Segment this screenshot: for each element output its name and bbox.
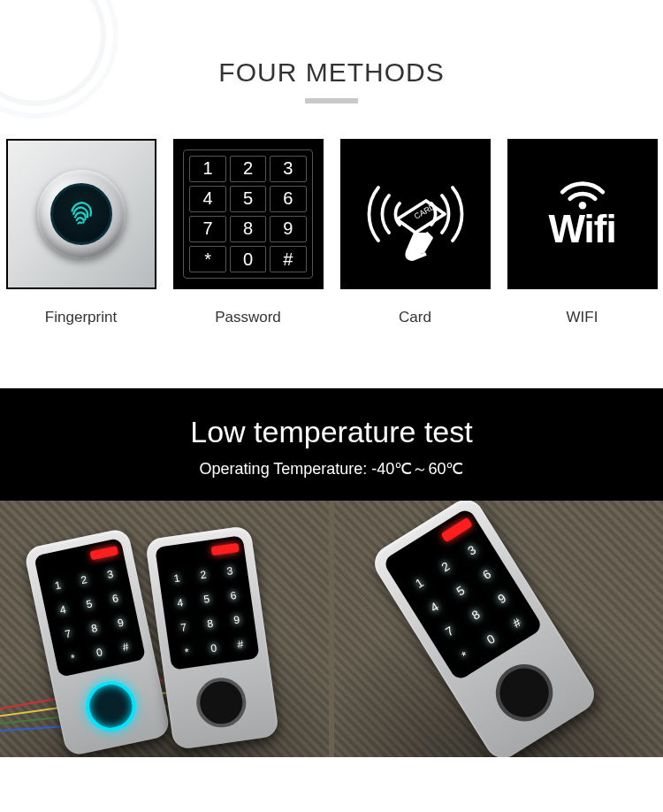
keypad-key: 3	[270, 156, 306, 182]
device-key: 4	[49, 596, 77, 623]
device-key: 3	[96, 561, 125, 587]
wifi-tile: Wifi	[507, 139, 658, 289]
device-fingerprint-ring	[194, 675, 249, 731]
title-underline	[305, 98, 358, 103]
device-key: 2	[70, 566, 98, 593]
wifi-icon	[556, 177, 609, 211]
device-key: 9	[223, 607, 250, 632]
device-screen: 1 2 3 4 5 6 7 8 9 * 0 #	[34, 538, 146, 678]
device-key: 8	[196, 610, 224, 636]
keypad-key: 8	[230, 216, 266, 242]
device-key: *	[173, 639, 201, 664]
device-fingerprint-ring	[81, 677, 140, 735]
device-key: 2	[190, 562, 217, 587]
device-key: 6	[220, 582, 248, 608]
low-temp-header: Low temperature test Operating Temperatu…	[0, 388, 663, 501]
method-password: 1 2 3 4 5 6 7 8 9 * 0 # Password	[169, 139, 327, 326]
device-status-led	[90, 546, 118, 560]
device-screen: 1 2 3 4 5 6 7 8 9 * 0 #	[155, 535, 260, 670]
wifi-text: Wifi	[548, 207, 615, 251]
password-tile: 1 2 3 4 5 6 7 8 9 * 0 #	[173, 139, 324, 289]
keypad-key: 2	[230, 156, 266, 182]
method-card: CARD Card	[336, 139, 494, 326]
device-key: 4	[166, 590, 194, 616]
device-key: 1	[43, 571, 72, 598]
product-photo-left: 1 2 3 4 5 6 7 8 9 * 0 # 1 2 3 4	[0, 501, 329, 757]
fingerprint-icon	[63, 195, 100, 233]
method-label: WIFI	[567, 309, 598, 326]
keypad-key: 0	[230, 246, 266, 272]
device-key: #	[226, 632, 254, 657]
device-key: 0	[200, 635, 227, 661]
low-temp-title: Low temperature test	[0, 415, 663, 449]
device-key: #	[111, 633, 140, 660]
device-key: 5	[75, 590, 103, 617]
method-label: Card	[399, 309, 431, 326]
keypad-key: 1	[189, 156, 225, 182]
device-key: 5	[194, 586, 221, 612]
device-screen: 1 2 3 4 5 6 7 8 9 * 0 #	[382, 507, 544, 681]
product-photo-right: 1 2 3 4 5 6 7 8 9 * 0 #	[334, 501, 663, 757]
device-key: 7	[54, 620, 82, 647]
decorative-arc	[0, 0, 106, 106]
device-key: *	[59, 644, 88, 670]
method-label: Fingerprint	[45, 309, 117, 326]
card-tile: CARD	[340, 139, 491, 289]
method-wifi: Wifi WIFI	[503, 139, 661, 326]
method-fingerprint: Fingerprint	[2, 139, 160, 326]
card-swipe-icon: CARD	[349, 148, 482, 280]
keypad-key: #	[270, 246, 306, 272]
keypad-key: 6	[270, 186, 306, 212]
keypad-key: *	[189, 246, 225, 272]
method-label: Password	[215, 309, 281, 326]
device-key: 9	[106, 609, 134, 635]
product-photo-row: 1 2 3 4 5 6 7 8 9 * 0 # 1 2 3 4	[0, 501, 663, 757]
keypad-key: 4	[189, 186, 225, 212]
device-key: 0	[85, 639, 113, 665]
device-key: 7	[170, 615, 197, 640]
device-key: 3	[217, 558, 244, 584]
device-key: 1	[164, 565, 191, 591]
keypad-icon: 1 2 3 4 5 6 7 8 9 * 0 #	[183, 149, 312, 279]
device-status-led	[211, 543, 240, 555]
keypad-key: 9	[270, 216, 306, 242]
low-temp-subtitle: Operating Temperature: -40℃～60℃	[0, 458, 663, 479]
device-unit: 1 2 3 4 5 6 7 8 9 * 0 #	[368, 501, 600, 757]
methods-row: Fingerprint 1 2 3 4 5 6 7 8 9 * 0 # Pass…	[0, 139, 663, 326]
keypad-key: 7	[189, 216, 225, 242]
device-fingerprint-ring	[485, 654, 564, 732]
device-key: 8	[80, 615, 109, 641]
device-key: 6	[101, 585, 129, 611]
fingerprint-tile	[6, 139, 156, 289]
keypad-key: 5	[230, 186, 266, 212]
